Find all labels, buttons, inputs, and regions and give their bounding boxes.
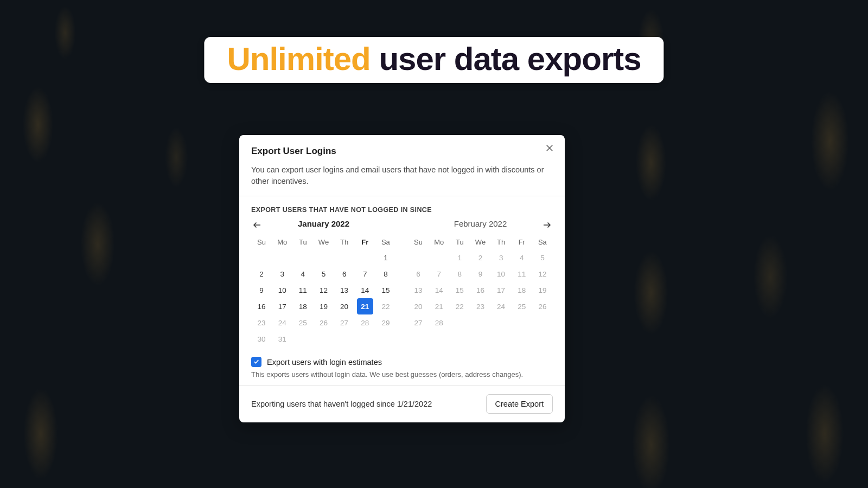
calendar-day[interactable]: 24 — [272, 314, 292, 331]
calendar-month-1: January 2022 SuMoTuWeThFrSa 123456789101… — [251, 219, 396, 347]
calendar-day[interactable]: 3 — [272, 266, 292, 282]
hero-accent: Unlimited — [227, 41, 370, 77]
calendar-month-1-title: January 2022 — [251, 219, 396, 228]
calendar-dow: Sa — [532, 235, 553, 249]
calendar-day[interactable]: 16 — [251, 298, 272, 314]
arrow-left-icon — [252, 222, 262, 232]
calendar-day[interactable]: 31 — [272, 331, 292, 347]
calendar-dow: Su — [408, 235, 429, 249]
calendar-day[interactable]: 30 — [251, 331, 272, 347]
export-estimates-label: Export users with login estimates — [267, 358, 382, 367]
calendar-day[interactable]: 10 — [491, 266, 512, 282]
calendar-day[interactable]: 4 — [292, 266, 313, 282]
calendar-dow: Su — [251, 235, 272, 249]
calendar-day[interactable]: 13 — [408, 282, 429, 298]
calendar-day[interactable]: 1 — [449, 249, 470, 266]
calendar-day[interactable]: 7 — [429, 266, 449, 282]
calendar-day[interactable]: 2 — [470, 249, 490, 266]
calendar-dow-row: SuMoTuWeThFrSa — [251, 235, 396, 249]
arrow-right-icon — [542, 222, 552, 232]
calendar-day[interactable]: 20 — [334, 298, 355, 314]
calendar-day[interactable]: 25 — [292, 314, 313, 331]
calendar-dow: Sa — [375, 235, 396, 249]
export-estimates-help: This exports users without login data. W… — [251, 370, 553, 378]
calendar-day[interactable]: 3 — [491, 249, 512, 266]
calendar-day[interactable]: 16 — [470, 282, 490, 298]
calendar-day[interactable]: 8 — [375, 266, 396, 282]
calendar-day[interactable]: 9 — [470, 266, 490, 282]
calendar-dow: Fr — [512, 235, 532, 249]
calendar-day[interactable]: 27 — [334, 314, 355, 331]
calendar-day[interactable]: 13 — [334, 282, 355, 298]
modal-footer: Exporting users that haven't logged sinc… — [239, 385, 565, 422]
calendar-day[interactable]: 20 — [408, 298, 429, 314]
calendar-day[interactable]: 8 — [449, 266, 470, 282]
calendar-day[interactable]: 5 — [532, 249, 553, 266]
calendar-day[interactable]: 28 — [355, 314, 375, 331]
calendar-day[interactable]: 22 — [449, 298, 470, 314]
calendar-day[interactable]: 10 — [272, 282, 292, 298]
close-button[interactable] — [542, 142, 557, 157]
export-modal: Export User Logins You can export user l… — [239, 135, 565, 422]
calendar-day[interactable]: 7 — [355, 266, 375, 282]
calendar-day[interactable]: 14 — [355, 282, 375, 298]
calendar-day[interactable]: 19 — [532, 282, 553, 298]
calendar-day[interactable]: 26 — [313, 314, 334, 331]
calendar-dow: Th — [491, 235, 512, 249]
calendar-day[interactable]: 15 — [375, 282, 396, 298]
create-export-button[interactable]: Create Export — [486, 394, 553, 414]
calendar-day[interactable]: 6 — [334, 266, 355, 282]
calendar-day[interactable]: 5 — [313, 266, 334, 282]
calendar-day[interactable]: 24 — [491, 298, 512, 314]
modal-header: Export User Logins You can export user l… — [239, 135, 565, 196]
calendar-day[interactable]: 4 — [512, 249, 532, 266]
calendar-dow: Mo — [272, 235, 292, 249]
calendar-day[interactable]: 19 — [313, 298, 334, 314]
date-section-label: EXPORT USERS THAT HAVE NOT LOGGED IN SIN… — [251, 206, 553, 214]
export-estimates-checkbox[interactable] — [251, 357, 261, 367]
calendar-day[interactable]: 22 — [375, 298, 396, 314]
check-icon — [253, 357, 260, 367]
calendar-day[interactable]: 17 — [272, 298, 292, 314]
footer-summary: Exporting users that haven't logged sinc… — [251, 400, 432, 408]
modal-title: Export User Logins — [251, 146, 553, 157]
calendar-dow: We — [313, 235, 334, 249]
calendar-day[interactable]: 23 — [470, 298, 490, 314]
calendar-day[interactable]: 29 — [375, 314, 396, 331]
calendar-day[interactable]: 28 — [429, 314, 449, 331]
calendar-day[interactable]: 21 — [357, 298, 373, 314]
calendar-day[interactable]: 12 — [313, 282, 334, 298]
calendar-days-grid: 1234567891011121314151617181920212223242… — [251, 249, 396, 347]
hero-banner: Unlimited user data exports — [204, 37, 663, 83]
calendar-day[interactable]: 2 — [251, 266, 272, 282]
calendar-day[interactable]: 11 — [292, 282, 313, 298]
calendar-day[interactable]: 26 — [532, 298, 553, 314]
calendar-day[interactable]: 18 — [292, 298, 313, 314]
calendar-days-grid: 1234567891011121314151617181920212223242… — [408, 249, 553, 331]
calendar-day[interactable]: 9 — [251, 282, 272, 298]
calendar-day[interactable]: 23 — [251, 314, 272, 331]
calendar-day[interactable]: 14 — [429, 282, 449, 298]
calendar-month-2-title: February 2022 — [408, 219, 553, 228]
calendar-day[interactable]: 11 — [512, 266, 532, 282]
calendar-day[interactable]: 17 — [491, 282, 512, 298]
calendar-day[interactable]: 27 — [408, 314, 429, 331]
calendar-day[interactable]: 18 — [512, 282, 532, 298]
hero-title: Unlimited user data exports — [227, 40, 641, 78]
close-icon — [545, 143, 554, 155]
calendar-day[interactable]: 21 — [429, 298, 449, 314]
calendar-day[interactable]: 6 — [408, 266, 429, 282]
prev-month-button[interactable] — [252, 220, 262, 232]
hero-rest: user data exports — [371, 41, 641, 77]
next-month-button[interactable] — [542, 220, 552, 232]
calendar-day[interactable]: 1 — [375, 249, 396, 266]
calendar-day[interactable]: 25 — [512, 298, 532, 314]
calendar-dow: Tu — [292, 235, 313, 249]
calendar-dow: Th — [334, 235, 355, 249]
calendar-dow: We — [470, 235, 490, 249]
calendar-day[interactable]: 15 — [449, 282, 470, 298]
modal-description: You can export user logins and email use… — [251, 164, 544, 187]
calendar-day[interactable]: 12 — [532, 266, 553, 282]
calendar-dow: Tu — [449, 235, 470, 249]
calendar-dow: Mo — [429, 235, 449, 249]
